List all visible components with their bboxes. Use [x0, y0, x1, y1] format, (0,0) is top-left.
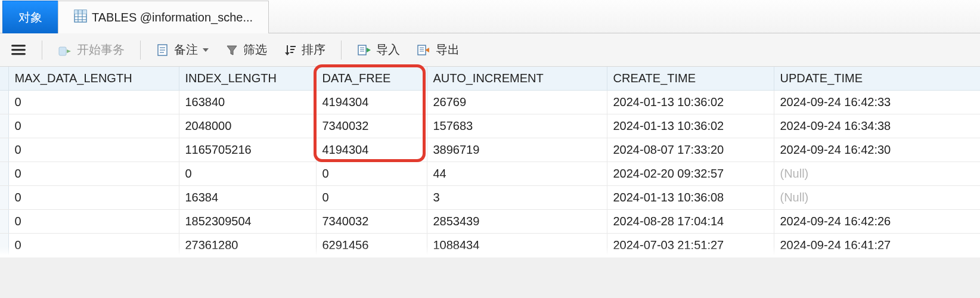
cell-update-time[interactable]: 2024-09-24 16:42:30 — [774, 138, 980, 162]
col-label: INDEX_LENGTH — [185, 72, 277, 85]
cell-update-time[interactable]: (Null) — [774, 162, 980, 186]
row-header[interactable] — [0, 186, 8, 210]
cell-auto-increment[interactable]: 3 — [427, 186, 607, 210]
col-label: MAX_DATA_LENGTH — [15, 72, 132, 85]
cell-index-length[interactable]: 16384 — [179, 186, 316, 210]
table-row[interactable]: 01852309504734003228534392024-08-28 17:0… — [0, 210, 980, 234]
menu-button[interactable] — [10, 41, 27, 59]
svg-rect-24 — [358, 45, 366, 55]
cell-update-time[interactable]: 2024-09-24 16:42:33 — [774, 91, 980, 114]
col-auto-increment[interactable]: AUTO_INCREMENT — [427, 67, 607, 91]
cell-max-data-length[interactable]: 0 — [8, 186, 179, 210]
col-index-length[interactable]: INDEX_LENGTH — [179, 67, 316, 91]
cell-max-data-length[interactable]: 0 — [8, 210, 179, 234]
row-header-corner — [0, 67, 8, 91]
transaction-icon — [58, 44, 72, 57]
sort-icon — [284, 44, 297, 57]
sort-label: 排序 — [302, 42, 325, 58]
cell-auto-increment[interactable]: 26769 — [427, 91, 607, 114]
cell-index-length[interactable]: 2048000 — [179, 114, 316, 138]
cell-update-time[interactable]: 2024-09-24 16:34:38 — [774, 114, 980, 138]
svg-marker-13 — [67, 49, 71, 53]
cell-max-data-length[interactable]: 0 — [8, 114, 179, 138]
table-row[interactable]: 0204800073400321576832024-01-13 10:36:02… — [0, 114, 980, 138]
tab-bar: 对象 TABLES @information_sche... — [0, 0, 980, 33]
col-create-time[interactable]: CREATE_TIME — [607, 67, 774, 91]
cell-create-time[interactable]: 2024-01-13 10:36:08 — [607, 186, 774, 210]
col-label: UPDATE_TIME — [780, 72, 863, 85]
toolbar-separator — [341, 41, 342, 60]
cell-create-time[interactable]: 2024-08-07 17:33:20 — [607, 138, 774, 162]
cell-index-length[interactable]: 0 — [179, 162, 316, 186]
col-label: DATA_FREE — [322, 72, 391, 85]
export-button[interactable]: 导出 — [415, 39, 461, 60]
cell-max-data-length[interactable]: 0 — [8, 91, 179, 114]
memo-button[interactable]: 备注 — [155, 39, 210, 60]
svg-rect-11 — [11, 53, 26, 55]
hamburger-icon — [11, 44, 26, 57]
row-header[interactable] — [0, 210, 8, 234]
cell-data-free[interactable]: 0 — [316, 186, 427, 210]
cell-auto-increment[interactable]: 44 — [427, 162, 607, 186]
cell-max-data-length[interactable]: 0 — [8, 138, 179, 162]
svg-rect-9 — [11, 45, 26, 46]
table-row[interactable]: 000442024-02-20 09:32:57(Null) — [0, 162, 980, 186]
cell-data-free[interactable]: 7340032 — [316, 114, 427, 138]
filter-label: 筛选 — [243, 42, 267, 58]
svg-marker-18 — [227, 46, 237, 55]
table-row[interactable]: 01638404194304267692024-01-13 10:36:0220… — [0, 91, 980, 114]
cell-create-time[interactable]: 2024-08-28 17:04:14 — [607, 210, 774, 234]
filter-button[interactable]: 筛选 — [224, 39, 268, 60]
cell-update-time[interactable]: 2024-09-24 16:42:26 — [774, 210, 980, 234]
fade-overlay — [0, 247, 980, 257]
table-wrapper: MAX_DATA_LENGTH INDEX_LENGTH DATA_FREE A… — [0, 67, 980, 257]
row-header[interactable] — [0, 114, 8, 138]
svg-rect-10 — [11, 49, 26, 51]
sort-button[interactable]: 排序 — [283, 39, 327, 60]
cell-data-free[interactable]: 4194304 — [316, 138, 427, 162]
tab-tables[interactable]: TABLES @information_sche... — [58, 1, 269, 33]
toolbar: 开始事务 备注 筛选 排序 — [0, 33, 980, 67]
svg-rect-29 — [418, 45, 426, 55]
col-max-data-length[interactable]: MAX_DATA_LENGTH — [8, 67, 179, 91]
cell-max-data-length[interactable]: 0 — [8, 162, 179, 186]
tab-objects[interactable]: 对象 — [2, 1, 58, 33]
table-tab-icon — [74, 10, 87, 26]
import-icon — [357, 44, 371, 57]
cell-update-time[interactable]: (Null) — [774, 186, 980, 210]
cell-create-time[interactable]: 2024-01-13 10:36:02 — [607, 114, 774, 138]
chevron-down-icon — [203, 48, 209, 52]
header-row: MAX_DATA_LENGTH INDEX_LENGTH DATA_FREE A… — [0, 67, 980, 91]
svg-marker-20 — [285, 52, 290, 55]
cell-index-length[interactable]: 1852309504 — [179, 210, 316, 234]
table-row[interactable]: 01165705216419430438967192024-08-07 17:3… — [0, 138, 980, 162]
row-header[interactable] — [0, 91, 8, 114]
cell-index-length[interactable]: 1165705216 — [179, 138, 316, 162]
col-update-time[interactable]: UPDATE_TIME — [774, 67, 980, 91]
funnel-icon — [225, 44, 238, 57]
cell-auto-increment[interactable]: 2853439 — [427, 210, 607, 234]
export-label: 导出 — [436, 42, 460, 58]
import-button[interactable]: 导入 — [356, 39, 401, 60]
data-grid[interactable]: MAX_DATA_LENGTH INDEX_LENGTH DATA_FREE A… — [0, 67, 980, 257]
svg-marker-28 — [367, 48, 371, 52]
col-label: AUTO_INCREMENT — [433, 72, 544, 85]
cell-create-time[interactable]: 2024-01-13 10:36:02 — [607, 91, 774, 114]
cell-auto-increment[interactable]: 3896719 — [427, 138, 607, 162]
cell-data-free[interactable]: 0 — [316, 162, 427, 186]
cell-data-free[interactable]: 4194304 — [316, 91, 427, 114]
cell-index-length[interactable]: 163840 — [179, 91, 316, 114]
cell-auto-increment[interactable]: 157683 — [427, 114, 607, 138]
toolbar-separator — [140, 41, 141, 60]
row-header[interactable] — [0, 162, 8, 186]
col-label: CREATE_TIME — [613, 72, 696, 85]
toolbar-separator — [42, 41, 42, 60]
tab-tables-label: TABLES @information_sche... — [92, 11, 253, 24]
cell-data-free[interactable]: 7340032 — [316, 210, 427, 234]
cell-create-time[interactable]: 2024-02-20 09:32:57 — [607, 162, 774, 186]
svg-rect-6 — [75, 10, 86, 14]
row-header[interactable] — [0, 138, 8, 162]
begin-transaction-button[interactable]: 开始事务 — [57, 39, 126, 60]
table-row[interactable]: 016384032024-01-13 10:36:08(Null) — [0, 186, 980, 210]
col-data-free[interactable]: DATA_FREE — [316, 67, 427, 91]
